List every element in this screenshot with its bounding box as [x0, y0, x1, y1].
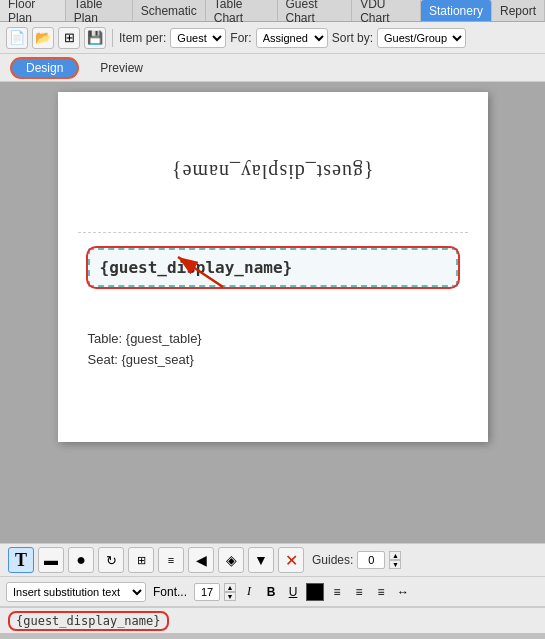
font-size-stepper[interactable]: ▲ ▼ [224, 583, 236, 601]
svg-line-1 [178, 257, 223, 287]
sort-by-select[interactable]: Guest/Group [377, 28, 466, 48]
sub-text-value: {guest_display_name} [16, 614, 161, 628]
open-icon[interactable]: 📂 [32, 27, 54, 49]
down-btn[interactable]: ▼ [248, 547, 274, 573]
item-per-label: Item per: [119, 31, 166, 45]
text-toolbar: Insert substitution text Font... ▲ ▼ I B… [0, 577, 545, 607]
table-line: Table: {guest_table} [88, 329, 458, 350]
tab-floor-plan[interactable]: Floor Plan [0, 0, 66, 21]
tab-preview[interactable]: Preview [85, 58, 158, 78]
tab-schematic[interactable]: Schematic [133, 0, 206, 21]
save-icon[interactable]: 💾 [84, 27, 106, 49]
align-right-btn[interactable]: ≡ [372, 582, 390, 602]
tab-guest-chart[interactable]: Guest Chart [278, 0, 353, 21]
seat-line: Seat: {guest_seat} [88, 350, 458, 371]
guides-input[interactable] [357, 551, 385, 569]
tab-table-chart[interactable]: Table Chart [206, 0, 278, 21]
align-left-btn[interactable]: ≡ [328, 582, 346, 602]
sub-text-display: {guest_display_name} [8, 611, 169, 631]
sub-bar: {guest_display_name} [0, 607, 545, 633]
main-area: {guest_display_name} {guest_display_name… [0, 82, 545, 543]
tab-vdu-chart[interactable]: VDU Chart [352, 0, 421, 21]
icon-toolbar: T ▬ ● ↻ ⊞ ≡ ◀ ◈ ▼ ✕ Guides: ▲ ▼ [0, 543, 545, 577]
other-text-lines: Table: {guest_table} Seat: {guest_seat} [88, 329, 458, 371]
color-swatch[interactable] [306, 583, 324, 601]
font-size-down[interactable]: ▼ [224, 592, 236, 601]
main-toolbar: 📄 📂 ⊞ 💾 Item per: Guest For: Assigned So… [0, 22, 545, 54]
stepper-up[interactable]: ▲ [389, 551, 401, 560]
page-top-area: {guest_display_name} [78, 112, 468, 233]
italic-btn[interactable]: I [240, 582, 258, 602]
sort-by-label: Sort by: [332, 31, 373, 45]
delete-btn[interactable]: ✕ [278, 547, 304, 573]
new-icon[interactable]: 📄 [6, 27, 28, 49]
tab-stationery[interactable]: Stationery [421, 0, 492, 21]
nav-tabs: Floor Plan Table Plan Schematic Table Ch… [0, 0, 545, 22]
page-bottom-area: {guest_display_name} [78, 233, 468, 422]
font-size-input[interactable] [194, 583, 220, 601]
guides-stepper[interactable]: ▲ ▼ [389, 551, 401, 569]
font-size-up[interactable]: ▲ [224, 583, 236, 592]
align-center-btn[interactable]: ≡ [350, 582, 368, 602]
bold-btn[interactable]: B [262, 582, 280, 602]
tab-report[interactable]: Report [492, 0, 545, 21]
separator [112, 29, 113, 47]
rotate-tool-btn[interactable]: ↻ [98, 547, 124, 573]
grid-icon[interactable]: ⊞ [58, 27, 80, 49]
stepper-down[interactable]: ▼ [389, 560, 401, 569]
for-label: For: [230, 31, 251, 45]
underline-btn[interactable]: U [284, 582, 302, 602]
item-per-select[interactable]: Guest [170, 28, 226, 48]
canvas-wrapper[interactable]: {guest_display_name} {guest_display_name… [0, 82, 545, 543]
for-select[interactable]: Assigned [256, 28, 328, 48]
insert-substitution-select[interactable]: Insert substitution text [6, 582, 146, 602]
text-tool-btn[interactable]: T [8, 547, 34, 573]
selected-text-box[interactable]: {guest_display_name} [88, 248, 458, 287]
tab-design[interactable]: Design [10, 57, 79, 79]
list-btn[interactable]: ≡ [158, 547, 184, 573]
circle-tool-btn[interactable]: ● [68, 547, 94, 573]
upside-down-text: {guest_display_name} [171, 160, 374, 183]
stationery-page: {guest_display_name} {guest_display_name… [58, 92, 488, 442]
tab-table-plan[interactable]: Table Plan [66, 0, 133, 21]
expand-btn[interactable]: ↔ [394, 582, 412, 602]
layers-btn[interactable]: ◈ [218, 547, 244, 573]
table-btn[interactable]: ⊞ [128, 547, 154, 573]
font-button[interactable]: Font... [150, 582, 190, 602]
arrow-left-btn[interactable]: ◀ [188, 547, 214, 573]
view-tabs: Design Preview [0, 54, 545, 82]
guides-label: Guides: [312, 553, 353, 567]
image-tool-btn[interactable]: ▬ [38, 547, 64, 573]
